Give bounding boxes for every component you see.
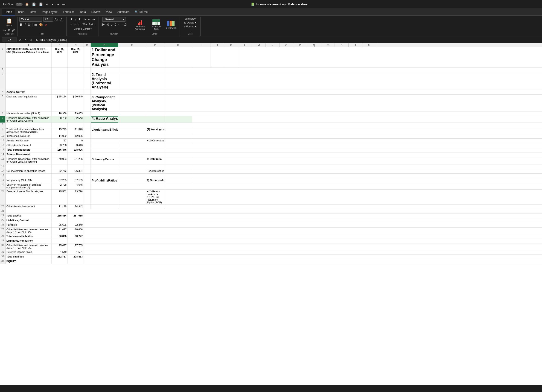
font-size-input[interactable]: 22 [43,17,53,22]
cell-E4[interactable] [91,90,118,94]
tab-automate[interactable]: Automate [115,9,132,16]
cell-D20[interactable] [84,183,91,189]
cell-C23[interactable] [68,209,84,213]
cell-C17[interactable]: 26,361 [68,169,84,174]
cell-E6[interactable] [91,111,118,116]
tab-home[interactable]: Home [2,9,15,16]
cell-D17[interactable] [84,169,91,174]
col-header-K[interactable]: K [224,43,238,47]
cell-G19[interactable]: 1) Gross profit rate [146,178,164,183]
col-header-O[interactable]: O [280,43,293,47]
cell-H1[interactable] [164,47,192,67]
cancel-formula-btn[interactable]: ✕ [18,38,22,42]
cell-A3[interactable] [5,72,52,90]
col-header-P[interactable]: P [293,43,307,47]
cell-I1[interactable] [192,47,211,67]
cell-E13[interactable] [91,148,118,152]
cell-C26[interactable]: 22,349 [68,223,84,227]
cell-G4[interactable] [146,90,164,94]
cell-B27[interactable]: 21,097 [52,228,68,234]
cell-A15[interactable]: Financing Receivable, after Allowance fo… [5,157,52,164]
cell-E22[interactable] [91,205,118,209]
cell-F9[interactable] [118,127,146,134]
cell-E2[interactable] [91,68,118,72]
wrap-text-btn[interactable]: Wrap Text ▾ [82,22,95,26]
cell-G16[interactable] [146,164,164,169]
italic-btn[interactable]: I [24,22,26,27]
cell-D21[interactable] [84,190,91,204]
align-bottom-btn[interactable]: ⬇ [77,17,81,22]
cell-H11[interactable] [164,139,192,143]
decrease-font-btn[interactable]: A↓ [60,17,65,22]
cell-B1[interactable]: Dec. 31, 2022 [52,47,68,67]
cell-B9[interactable]: 15,729 [52,127,68,134]
cell-A28[interactable]: Total current liabilities [5,234,52,239]
cell-A27[interactable]: Other liabilities and deferred revenue (… [5,228,52,234]
cell-F14[interactable] [118,152,146,157]
cell-G13[interactable] [146,148,164,152]
cell-A11[interactable]: Assets held for sale [5,139,52,143]
cell-G9[interactable]: (1) Working capital [146,127,164,134]
col-header-L[interactable]: L [238,43,252,47]
font-color-btn[interactable]: A [44,22,48,27]
tab-formulas[interactable]: Formulas [60,9,77,16]
indent-decrease-btn[interactable]: ⇤ [87,17,91,22]
cell-C8[interactable] [68,123,84,127]
cell-G20[interactable] [146,183,164,189]
cell-D16[interactable] [84,164,91,169]
cell-A2[interactable] [5,68,52,72]
undo-btn[interactable]: ↩ [45,2,49,6]
cell-D14[interactable] [84,152,91,157]
col-header-N[interactable]: N [266,43,280,47]
increase-font-btn[interactable]: A↑ [54,17,59,22]
cell-A8[interactable] [5,123,52,127]
currency-btn[interactable]: $▾ [101,22,105,27]
cell-F1[interactable] [118,47,146,67]
cell-B33[interactable] [52,259,68,264]
cell-C2[interactable] [68,68,84,72]
cell-C1[interactable]: Dec. 31, 2021 [68,47,84,67]
cell-C33[interactable] [68,259,84,264]
cell-B23[interactable] [52,209,68,213]
cell-C6[interactable]: 29,053 [68,111,84,116]
cell-styles-btn[interactable]: Cell Styles [164,21,177,29]
cell-B4[interactable] [52,90,68,94]
col-header-G[interactable]: G [146,43,164,47]
cell-F4[interactable] [118,90,146,94]
tab-draw[interactable]: Draw [27,9,39,16]
cell-reference-input[interactable] [2,38,17,42]
indent-increase-btn[interactable]: ⇥ [92,17,96,22]
cell-C11[interactable]: 9 [68,139,84,143]
cell-B2[interactable] [52,68,68,72]
align-top-btn[interactable]: ⬆ [70,17,74,22]
cell-C19[interactable]: 37,139 [68,178,84,183]
cell-A24[interactable]: Total assets [5,214,52,218]
col-header-S[interactable]: S [335,43,349,47]
merge-center-btn[interactable]: Merge & Center ▾ [73,27,92,31]
cell-D11[interactable] [84,139,91,143]
tab-view[interactable]: View [103,9,115,16]
cell-D7[interactable] [84,116,91,123]
align-right-btn[interactable]: ≡ [77,22,80,27]
cell-B12[interactable]: 3,780 [52,143,68,148]
cell-D2[interactable] [84,68,91,72]
cell-B20[interactable]: 2,798 [52,183,68,189]
cell-E12[interactable] [91,143,118,148]
cell-F19[interactable] [118,178,146,183]
cell-D22[interactable] [84,205,91,209]
cell-E15[interactable]: SolvencyRatios [91,157,118,164]
tab-review[interactable]: Review [89,9,103,16]
cell-C27[interactable]: 18,686 [68,228,84,234]
col-header-H[interactable]: H [164,43,192,47]
cell-G7[interactable] [146,116,164,123]
cell-F10[interactable] [118,134,146,138]
fill-color-btn[interactable]: 🎨 [38,22,43,27]
cell-E14[interactable] [91,152,118,157]
tab-page-layout[interactable]: Page Layout [39,9,60,16]
cell-A12[interactable]: Other Assets, Current [5,143,52,148]
cell-F3[interactable] [118,72,146,90]
cell-C30[interactable]: 27,705 [68,243,84,250]
cell-A17[interactable]: Net investment in operating leases [5,169,52,174]
cell-B14[interactable] [52,152,68,157]
cell-B10[interactable]: 14,080 [52,134,68,138]
